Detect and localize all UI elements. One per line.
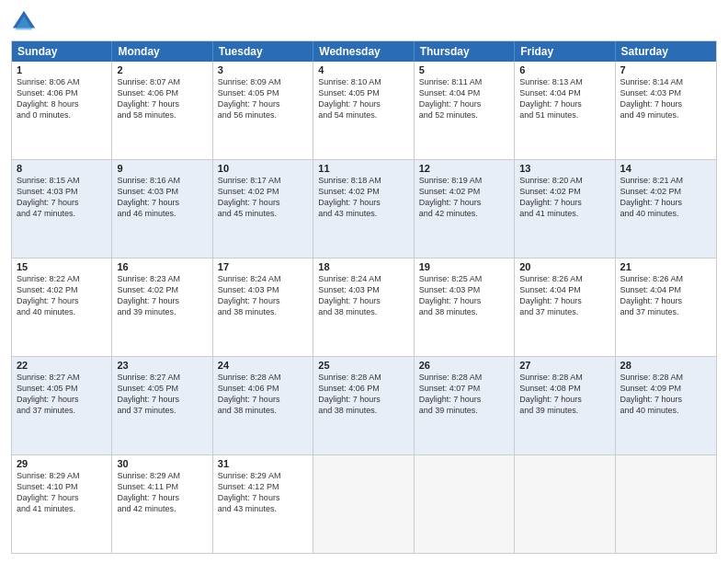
calendar-cell-18: 18Sunrise: 8:24 AMSunset: 4:03 PMDayligh…	[313, 259, 414, 356]
calendar-cell-9: 9Sunrise: 8:16 AMSunset: 4:03 PMDaylight…	[112, 160, 212, 258]
cell-line: Sunset: 4:02 PM	[218, 186, 308, 197]
cell-line: Sunrise: 8:07 AM	[117, 76, 207, 87]
calendar-cell-empty	[616, 455, 716, 553]
header-day-saturday: Saturday	[616, 41, 716, 62]
cell-line: and 38 minutes.	[419, 306, 509, 317]
day-number: 29	[17, 458, 107, 469]
cell-line: Daylight: 7 hours	[318, 98, 408, 109]
cell-line: and 45 minutes.	[218, 208, 308, 219]
cell-line: Daylight: 7 hours	[318, 295, 408, 306]
cell-line: Sunset: 4:04 PM	[419, 87, 509, 98]
cell-line: Sunrise: 8:17 AM	[218, 175, 308, 186]
calendar-cell-30: 30Sunrise: 8:29 AMSunset: 4:11 PMDayligh…	[112, 455, 212, 553]
day-number: 3	[218, 64, 308, 75]
cell-line: and 37 minutes.	[620, 306, 711, 317]
calendar-row-1: 1Sunrise: 8:06 AMSunset: 4:06 PMDaylight…	[12, 62, 716, 159]
day-number: 15	[17, 261, 107, 272]
cell-line: and 43 minutes.	[318, 208, 408, 219]
day-number: 9	[117, 163, 207, 174]
cell-line: and 47 minutes.	[17, 208, 107, 219]
cell-line: Sunrise: 8:10 AM	[318, 76, 408, 87]
cell-line: Sunset: 4:02 PM	[519, 186, 609, 197]
cell-line: Sunrise: 8:29 AM	[117, 470, 207, 481]
cell-line: Sunrise: 8:16 AM	[117, 175, 207, 186]
day-number: 6	[519, 64, 609, 75]
cell-line: Daylight: 7 hours	[17, 197, 107, 208]
day-number: 7	[620, 64, 711, 75]
day-number: 22	[17, 360, 107, 371]
day-number: 18	[318, 261, 408, 272]
cell-line: and 37 minutes.	[17, 405, 107, 416]
cell-line: Daylight: 7 hours	[419, 295, 509, 306]
day-number: 10	[218, 163, 308, 174]
calendar-row-3: 15Sunrise: 8:22 AMSunset: 4:02 PMDayligh…	[12, 258, 716, 356]
cell-line: Sunrise: 8:26 AM	[620, 273, 711, 284]
cell-line: and 38 minutes.	[318, 306, 408, 317]
day-number: 14	[620, 163, 711, 174]
cell-line: Daylight: 7 hours	[117, 98, 207, 109]
calendar-cell-empty	[313, 455, 414, 553]
cell-line: and 38 minutes.	[318, 405, 408, 416]
cell-line: Sunrise: 8:15 AM	[17, 175, 107, 186]
calendar-cell-15: 15Sunrise: 8:22 AMSunset: 4:02 PMDayligh…	[12, 259, 112, 356]
day-number: 16	[117, 261, 207, 272]
cell-line: and 39 minutes.	[117, 306, 207, 317]
cell-line: Sunset: 4:11 PM	[117, 481, 207, 492]
cell-line: Sunset: 4:05 PM	[218, 87, 308, 98]
calendar-cell-12: 12Sunrise: 8:19 AMSunset: 4:02 PMDayligh…	[415, 160, 515, 258]
cell-line: Sunset: 4:02 PM	[117, 284, 207, 295]
header-day-sunday: Sunday	[12, 41, 112, 62]
calendar-cell-7: 7Sunrise: 8:14 AMSunset: 4:03 PMDaylight…	[616, 62, 716, 159]
cell-line: Sunset: 4:05 PM	[318, 87, 408, 98]
cell-line: Sunset: 4:05 PM	[117, 383, 207, 394]
calendar-cell-empty	[515, 455, 615, 553]
calendar-cell-22: 22Sunrise: 8:27 AMSunset: 4:05 PMDayligh…	[12, 357, 112, 454]
cell-line: Sunset: 4:03 PM	[419, 284, 509, 295]
cell-line: Sunset: 4:03 PM	[17, 186, 107, 197]
calendar-cell-24: 24Sunrise: 8:28 AMSunset: 4:06 PMDayligh…	[213, 357, 313, 454]
day-number: 20	[519, 261, 609, 272]
cell-line: Sunrise: 8:22 AM	[17, 273, 107, 284]
cell-line: Sunset: 4:05 PM	[17, 383, 107, 394]
cell-line: Sunset: 4:07 PM	[419, 383, 509, 394]
cell-line: and 40 minutes.	[620, 405, 711, 416]
cell-line: Sunrise: 8:29 AM	[218, 470, 308, 481]
cell-line: Daylight: 7 hours	[519, 197, 609, 208]
day-number: 26	[419, 360, 509, 371]
header	[11, 9, 717, 35]
cell-line: Sunset: 4:06 PM	[117, 87, 207, 98]
cell-line: Sunrise: 8:19 AM	[419, 175, 509, 186]
day-number: 8	[17, 163, 107, 174]
cell-line: Daylight: 7 hours	[318, 197, 408, 208]
calendar-cell-25: 25Sunrise: 8:28 AMSunset: 4:06 PMDayligh…	[313, 357, 414, 454]
cell-line: Sunset: 4:03 PM	[218, 284, 308, 295]
calendar-cell-6: 6Sunrise: 8:13 AMSunset: 4:04 PMDaylight…	[515, 62, 615, 159]
cell-line: and 42 minutes.	[117, 503, 207, 514]
cell-line: Sunrise: 8:06 AM	[17, 76, 107, 87]
cell-line: Sunrise: 8:14 AM	[620, 76, 711, 87]
cell-line: Daylight: 7 hours	[117, 295, 207, 306]
cell-line: Daylight: 7 hours	[620, 394, 711, 405]
cell-line: and 0 minutes.	[17, 109, 107, 121]
day-number: 30	[117, 458, 207, 469]
day-number: 28	[620, 360, 711, 371]
header-day-tuesday: Tuesday	[213, 41, 313, 62]
cell-line: and 43 minutes.	[218, 503, 308, 514]
cell-line: Sunset: 4:08 PM	[519, 383, 609, 394]
calendar-cell-16: 16Sunrise: 8:23 AMSunset: 4:02 PMDayligh…	[112, 259, 212, 356]
day-number: 27	[519, 360, 609, 371]
calendar-cell-28: 28Sunrise: 8:28 AMSunset: 4:09 PMDayligh…	[616, 357, 716, 454]
cell-line: Daylight: 7 hours	[419, 394, 509, 405]
cell-line: Sunset: 4:02 PM	[620, 186, 711, 197]
cell-line: Daylight: 7 hours	[218, 295, 308, 306]
cell-line: Sunrise: 8:18 AM	[318, 175, 408, 186]
cell-line: Sunrise: 8:13 AM	[519, 76, 609, 87]
cell-line: Sunrise: 8:27 AM	[17, 372, 107, 383]
cell-line: Daylight: 7 hours	[117, 394, 207, 405]
calendar-cell-26: 26Sunrise: 8:28 AMSunset: 4:07 PMDayligh…	[415, 357, 515, 454]
day-number: 1	[17, 64, 107, 75]
calendar-cell-14: 14Sunrise: 8:21 AMSunset: 4:02 PMDayligh…	[616, 160, 716, 258]
cell-line: and 58 minutes.	[117, 109, 207, 121]
header-day-thursday: Thursday	[415, 41, 515, 62]
calendar-row-2: 8Sunrise: 8:15 AMSunset: 4:03 PMDaylight…	[12, 159, 716, 258]
